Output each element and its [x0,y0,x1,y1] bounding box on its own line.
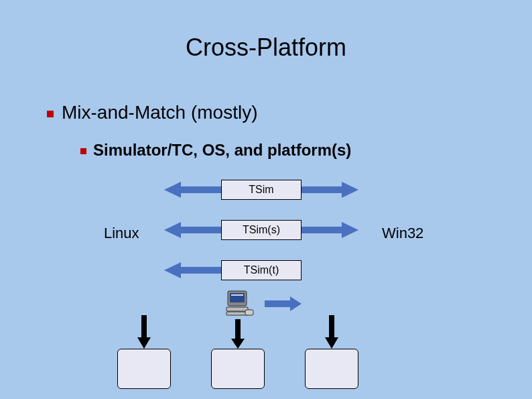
svg-marker-11 [265,296,302,311]
arrow-left-icon [164,180,221,200]
arrow-left-icon [164,220,221,240]
label-linux: Linux [104,225,139,242]
box-tsim: TSim [221,180,302,200]
svg-rect-7 [231,294,243,296]
platform-box [305,349,358,389]
platform-box [117,349,171,389]
svg-rect-8 [226,307,248,311]
computer-icon [225,290,255,317]
box-tsims: TSim(s) [221,220,302,240]
svg-rect-10 [245,310,253,315]
svg-marker-4 [302,222,358,238]
arrow-left-icon [164,260,221,280]
svg-marker-13 [231,319,245,349]
svg-marker-0 [164,182,221,198]
arrow-down-icon [230,319,246,349]
bullet-level-2: Simulator/TC, OS, and platform(s) [80,141,351,160]
arrow-down-icon [324,315,340,349]
label-win32: Win32 [382,225,423,242]
arrow-down-icon [136,315,152,349]
arrow-right-icon [302,220,358,240]
arrow-right-icon [302,180,358,200]
slide-title: Cross-Platform [0,34,532,62]
svg-rect-9 [226,312,248,315]
svg-marker-14 [325,315,338,349]
bullet-level-1: Mix-and-Match (mostly) [47,102,257,123]
svg-marker-1 [164,222,221,238]
svg-marker-3 [302,182,358,198]
arrow-right-icon [265,295,302,312]
svg-marker-2 [164,262,221,278]
svg-marker-12 [137,315,151,349]
platform-box [211,349,265,389]
box-tsimt: TSim(t) [221,260,302,280]
